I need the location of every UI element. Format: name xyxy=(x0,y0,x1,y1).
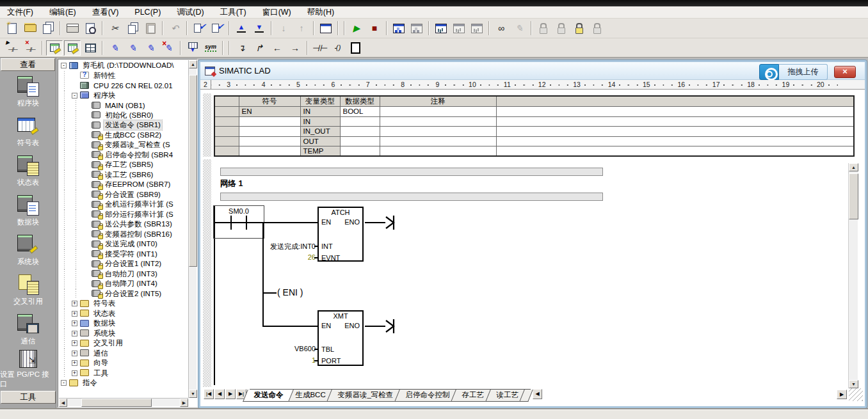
row-header-cell[interactable] xyxy=(214,136,239,146)
view-status-chart[interactable]: 状态表 xyxy=(0,151,56,191)
tree-item[interactable]: 自动降刀 (INT4) xyxy=(59,279,188,289)
var-type-cell[interactable]: IN xyxy=(300,107,340,117)
password-lock-button[interactable] xyxy=(571,20,588,36)
atch-evnt-operand[interactable]: 26 xyxy=(236,253,316,261)
tree-item[interactable]: + 状态表 xyxy=(59,309,188,319)
scroll-down-button[interactable]: ▼ xyxy=(189,390,197,398)
row-header-cell[interactable] xyxy=(214,127,239,137)
table-grid-button[interactable] xyxy=(82,40,99,56)
tree-item[interactable]: 全机运行频率计算 (S xyxy=(59,200,188,210)
tree-item[interactable]: + 工具 xyxy=(59,368,188,379)
view-bar-header[interactable]: 查看 xyxy=(1,58,55,71)
tree-expander[interactable]: + xyxy=(72,320,77,326)
var-type-cell[interactable]: IN_OUT xyxy=(300,127,340,137)
tab-scroll-left-button[interactable]: ◀ xyxy=(533,389,542,399)
scroll-left-button[interactable]: ◀ xyxy=(59,399,67,407)
view-set-pgpc-interface[interactable]: 设置 PG/PC 接口 xyxy=(0,349,56,389)
stop-button[interactable]: ■ xyxy=(366,20,383,36)
data-type-cell[interactable] xyxy=(340,136,380,146)
clear-bookmark-button[interactable] xyxy=(22,40,38,56)
menu-item[interactable]: 调试(D) xyxy=(171,6,209,19)
tree-expander[interactable]: + xyxy=(72,351,77,356)
tree-expander[interactable]: - xyxy=(72,93,77,99)
tree-expander[interactable]: + xyxy=(72,340,77,346)
tree-expander[interactable]: + xyxy=(72,360,77,366)
data-type-cell[interactable] xyxy=(340,146,380,157)
symbol-cell[interactable] xyxy=(239,116,300,127)
local-variable-table[interactable]: 符号 变量类型 数据类型 注释 EN IN BOOL xyxy=(214,95,855,157)
print-button[interactable] xyxy=(64,20,81,36)
tree-item[interactable]: 发送完成 (INT0) xyxy=(59,239,188,249)
pou-tab[interactable]: 变频器读_写检查 xyxy=(326,390,404,402)
menu-item[interactable]: 编辑(E) xyxy=(44,6,82,19)
view-data-block[interactable]: 数据块 xyxy=(0,191,56,230)
tree-item[interactable]: 分合设置 (SBR9) xyxy=(59,190,188,200)
bookmark-table-button[interactable] xyxy=(184,40,201,56)
pou-tab[interactable]: 发送命令 xyxy=(243,390,294,402)
undo-button[interactable]: ↶ xyxy=(166,20,183,36)
tree-item[interactable]: 送公共参数 (SBR13) xyxy=(59,219,188,230)
scroll-down-button[interactable]: ▼ xyxy=(849,380,858,388)
comment-cell[interactable] xyxy=(380,146,496,157)
symbol-cell[interactable]: EN xyxy=(239,107,300,117)
xmt-port-operand[interactable]: 1 xyxy=(236,356,316,364)
ladder-horizontal-scroll-right-button[interactable]: ▶ xyxy=(837,390,847,399)
contact-operand[interactable]: SM0.0 xyxy=(218,207,260,215)
options-window-button[interactable] xyxy=(317,20,334,36)
symbol-info-view-toggle[interactable] xyxy=(64,40,81,56)
view-program-block[interactable]: 程序块 xyxy=(0,72,56,111)
tree-item[interactable]: + 系统块 xyxy=(59,329,188,339)
tree-expander[interactable]: - xyxy=(61,380,67,386)
next-bookmark-button[interactable] xyxy=(4,40,20,56)
compile-all-button[interactable] xyxy=(209,20,225,36)
paste-button[interactable] xyxy=(142,20,159,36)
insert-right-line-button[interactable]: → xyxy=(287,40,303,56)
tree-expander[interactable]: + xyxy=(72,301,77,306)
symbol-cell[interactable] xyxy=(239,146,300,157)
resize-grip[interactable] xyxy=(849,388,863,401)
insert-left-line-button[interactable]: ← xyxy=(269,40,285,56)
symbol-table-view-toggle[interactable] xyxy=(46,40,63,56)
tree-item[interactable]: + 交叉引用 xyxy=(59,338,188,349)
data-type-cell[interactable] xyxy=(340,127,380,137)
print-preview-button[interactable] xyxy=(82,20,99,36)
row-header-cell[interactable] xyxy=(214,146,239,157)
compile-button[interactable] xyxy=(191,20,207,36)
row-header-cell[interactable] xyxy=(214,116,239,127)
variable-table-row[interactable]: EN IN BOOL xyxy=(214,107,854,117)
tree-item[interactable]: + 通信 xyxy=(59,349,188,359)
copy-button[interactable] xyxy=(124,20,141,36)
tree-item[interactable]: 生成BCC (SBR2) xyxy=(59,130,188,141)
open-file-button[interactable] xyxy=(22,20,38,36)
tree-item[interactable]: 部分运行频率计算 (S xyxy=(59,210,188,220)
prev-network-button[interactable]: ◀ xyxy=(214,389,225,399)
menu-item[interactable]: PLC(P) xyxy=(129,6,166,18)
insert-up-line-button[interactable]: ↱ xyxy=(251,40,268,56)
symbolic-addressing-toggle[interactable] xyxy=(202,40,219,56)
data-type-cell[interactable] xyxy=(340,116,380,127)
tree-item[interactable]: 自动抬刀 (INT3) xyxy=(59,269,188,280)
netdisk-drag-upload-button[interactable]: 拖拽上传 xyxy=(759,64,828,80)
upload-button[interactable] xyxy=(233,20,250,36)
tree-item[interactable]: 变频器读_写检查 (S xyxy=(59,140,188,150)
tree-item[interactable]: 初始化 (SBR0) xyxy=(59,111,188,121)
view-system-block[interactable]: 系统块 xyxy=(0,230,56,270)
cut-button[interactable]: ✂ xyxy=(106,20,123,36)
ladder-vertical-scrollbar[interactable]: ▲ ▼ xyxy=(848,163,858,388)
menu-item[interactable]: 工具(T) xyxy=(214,6,252,19)
data-type-cell[interactable]: BOOL xyxy=(340,107,380,117)
xmt-tbl-operand[interactable]: VB600 xyxy=(236,345,316,352)
insert-contact-button[interactable]: ⊣⊢ xyxy=(311,40,328,56)
tree-expander[interactable]: - xyxy=(61,63,67,68)
chart-status-button[interactable] xyxy=(433,20,449,36)
tree-item[interactable]: - 程序块 xyxy=(59,91,188,101)
view-cross-reference[interactable]: 交叉引用 xyxy=(0,270,56,310)
variable-table-row[interactable]: IN_OUT xyxy=(214,127,854,137)
run-button[interactable]: ▶ xyxy=(348,20,365,36)
sort-descending-button[interactable]: ↑ xyxy=(293,20,310,36)
tree-item[interactable]: 发送命令 (SBR1) xyxy=(59,120,188,130)
comment-cell[interactable] xyxy=(380,136,496,146)
menu-item[interactable]: 文件(F) xyxy=(1,6,39,19)
first-network-button[interactable]: |◀ xyxy=(204,389,214,399)
view-symbol-table[interactable]: 符号表 xyxy=(0,111,56,151)
